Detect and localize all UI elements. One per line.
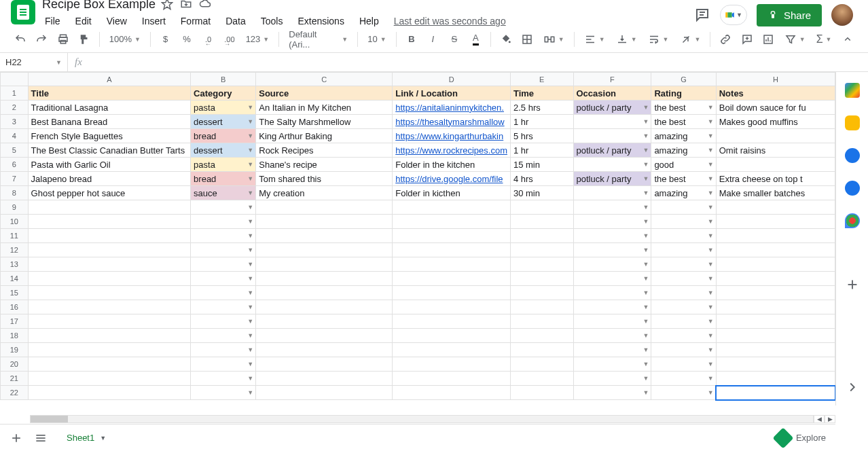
cell[interactable]: ▼ [191, 343, 256, 357]
row-header[interactable]: 19 [1, 343, 29, 357]
cell[interactable] [393, 200, 511, 215]
cell[interactable] [256, 215, 393, 229]
last-edit-link[interactable]: Last edit was seconds ago [391, 14, 509, 28]
cell-rating[interactable]: the best▼ [651, 115, 716, 129]
cell[interactable] [28, 257, 191, 272]
cell[interactable] [28, 243, 191, 257]
paint-format-button[interactable] [75, 30, 93, 49]
cell-occasion[interactable]: potluck / party▼ [573, 172, 651, 186]
cell-occasion[interactable]: ▼ [573, 115, 651, 129]
cell-rating[interactable]: the best▼ [651, 101, 716, 115]
cell[interactable]: ▼ [651, 372, 716, 386]
cell[interactable]: ▼ [191, 386, 256, 400]
cell[interactable]: Pasta with Garlic Oil [28, 158, 191, 172]
header-cell[interactable]: Title [28, 86, 191, 101]
calendar-sidepanel-icon[interactable] [845, 83, 860, 98]
font-family-dropdown[interactable]: Default (Ari...▼ [285, 30, 352, 49]
column-header[interactable]: F [573, 73, 651, 86]
cell-rating[interactable]: the best▼ [651, 172, 716, 186]
insert-chart-button[interactable] [759, 30, 777, 49]
cell[interactable]: Traditional Lasagna [28, 101, 191, 115]
move-icon[interactable] [180, 0, 192, 10]
cell-link[interactable]: https://drive.google.com/file [393, 172, 511, 186]
cell[interactable] [28, 372, 191, 386]
sheets-logo[interactable] [11, 0, 35, 24]
cell[interactable]: ▼ [651, 357, 716, 372]
cell[interactable]: ▼ [651, 314, 716, 329]
row-header[interactable]: 14 [1, 272, 29, 286]
cell[interactable] [256, 272, 393, 286]
cell[interactable]: ▼ [651, 329, 716, 343]
row-header[interactable]: 10 [1, 215, 29, 229]
cell[interactable]: Makes good muffins [716, 115, 835, 129]
cell-occasion[interactable]: ▼ [573, 186, 651, 200]
sheet-tab[interactable]: Sheet1▼ [58, 429, 114, 447]
cell[interactable]: ▼ [651, 286, 716, 300]
cell[interactable] [716, 386, 835, 400]
cell[interactable] [716, 357, 835, 372]
cell[interactable] [510, 343, 573, 357]
cell-category[interactable]: sauce▼ [191, 186, 256, 200]
collapse-toolbar-button[interactable] [839, 30, 857, 49]
cell[interactable] [28, 386, 191, 400]
format-currency-button[interactable]: $ [156, 30, 175, 49]
cell[interactable]: The Salty Marshmellow [256, 115, 393, 129]
cell[interactable]: ▼ [573, 300, 651, 314]
format-percent-button[interactable]: % [177, 30, 196, 49]
cell[interactable]: ▼ [651, 272, 716, 286]
cell[interactable] [256, 229, 393, 243]
cell[interactable] [510, 386, 573, 400]
zoom-dropdown[interactable]: 100%▼ [105, 30, 145, 49]
row-header[interactable]: 16 [1, 300, 29, 314]
column-header[interactable]: C [256, 73, 393, 86]
cell[interactable] [716, 372, 835, 386]
cell[interactable] [393, 286, 511, 300]
cell[interactable]: Tom shared this [256, 172, 393, 186]
cell[interactable] [28, 215, 191, 229]
cell[interactable]: ▼ [573, 343, 651, 357]
header-cell[interactable]: Rating [651, 86, 716, 101]
cell[interactable] [716, 329, 835, 343]
row-header[interactable]: 20 [1, 357, 29, 372]
cell-category[interactable]: bread▼ [191, 172, 256, 186]
header-cell[interactable]: Category [191, 86, 256, 101]
borders-button[interactable] [518, 30, 536, 49]
cell[interactable] [716, 314, 835, 329]
cell[interactable]: Make smaller batches [716, 186, 835, 200]
cell-category[interactable]: pasta▼ [191, 158, 256, 172]
row-header[interactable]: 2 [1, 101, 29, 115]
menu-tools[interactable]: Tools [258, 14, 286, 28]
all-sheets-button[interactable] [34, 431, 48, 445]
cell[interactable]: ▼ [573, 329, 651, 343]
cell[interactable]: ▼ [651, 300, 716, 314]
cell[interactable] [510, 229, 573, 243]
cell[interactable]: ▼ [191, 372, 256, 386]
share-button[interactable]: Share [757, 4, 822, 26]
row-header[interactable]: 3 [1, 115, 29, 129]
contacts-sidepanel-icon[interactable] [845, 181, 860, 196]
cell-occasion[interactable]: potluck / party▼ [573, 101, 651, 115]
cell-link[interactable]: https://anitalianinmykitchen. [393, 101, 511, 115]
cell[interactable]: ▼ [191, 215, 256, 229]
account-avatar[interactable] [831, 4, 853, 26]
cell[interactable] [28, 272, 191, 286]
cell[interactable]: ▼ [651, 229, 716, 243]
filter-dropdown[interactable]: ▼ [780, 30, 810, 49]
insert-comment-button[interactable] [738, 30, 756, 49]
cell[interactable] [510, 372, 573, 386]
cell[interactable]: ▼ [191, 257, 256, 272]
cell-occasion[interactable]: ▼ [573, 158, 651, 172]
cell[interactable] [716, 200, 835, 215]
cell[interactable] [256, 357, 393, 372]
cell-rating[interactable]: amazing▼ [651, 143, 716, 158]
cell[interactable] [393, 343, 511, 357]
cell[interactable] [716, 300, 835, 314]
cell[interactable] [28, 329, 191, 343]
row-header[interactable]: 7 [1, 172, 29, 186]
cell[interactable]: ▼ [651, 343, 716, 357]
cell[interactable] [393, 372, 511, 386]
cell[interactable] [716, 243, 835, 257]
cell[interactable] [393, 243, 511, 257]
horizontal-align-dropdown[interactable]: ▼ [580, 30, 609, 49]
text-rotation-dropdown[interactable]: ▼ [676, 30, 705, 49]
